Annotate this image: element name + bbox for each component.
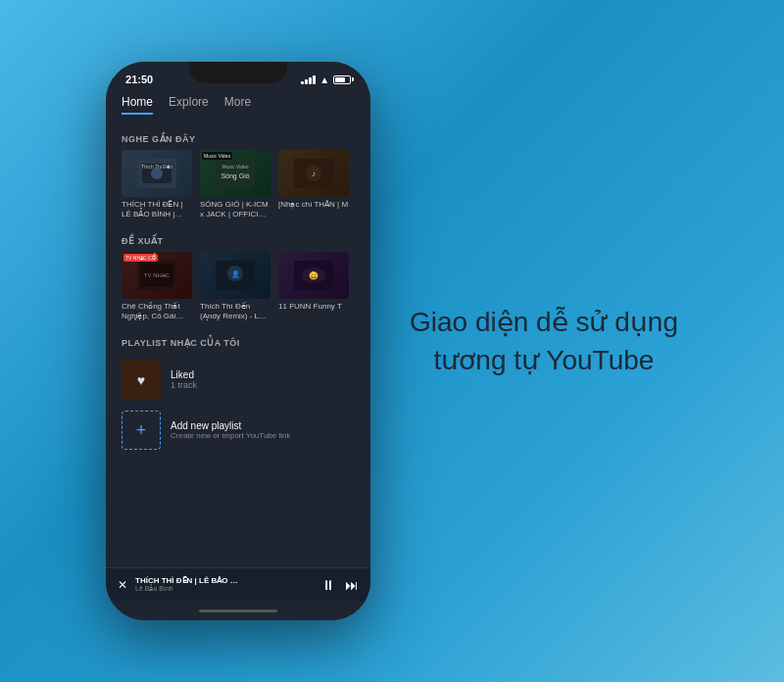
thumbnail: 😀 [278, 252, 349, 299]
side-text-line1: Giao diện dễ sử dụng [410, 303, 678, 341]
svg-text:👤: 👤 [231, 269, 240, 278]
side-text-line2: tương tự YouTube [410, 341, 678, 379]
now-playing-bar: ✕ THÍCH THÌ ĐẾN | LÊ BẢO BÌNH | OF... Lê… [106, 567, 370, 601]
thumbnail: 👤 [200, 252, 270, 299]
list-item[interactable]: TV NHẠC TV NHẠC CỔ Chê Chồng Thất Nghiệp… [122, 252, 192, 320]
playback-controls: ⏸ ⏭ [321, 577, 359, 593]
thumbnail: TV NHẠC TV NHẠC CỔ [122, 252, 192, 299]
side-text: Giao diện dễ sử dụng tương tự YouTube [410, 303, 678, 379]
now-playing-artist: Lê Bảo Bình [135, 585, 314, 593]
badge: Music Video [202, 152, 232, 160]
scroll-content[interactable]: NGHE GẦN ĐÂY Thích Thi Đến THÍCH T [106, 122, 370, 567]
status-time: 21:50 [125, 73, 153, 85]
pause-button[interactable]: ⏸ [321, 577, 335, 593]
now-playing-title: THÍCH THÌ ĐẾN | LÊ BẢO BÌNH | OF... [135, 576, 243, 585]
nav-tabs: Home Explore More [106, 89, 370, 122]
thumbnail: Thích Thi Đến [122, 150, 192, 197]
add-playlist-subtitle: Create new or import YouTube link [171, 431, 290, 440]
add-playlist-title: Add new playlist [171, 420, 290, 431]
next-button[interactable]: ⏭ [345, 577, 359, 593]
playlist-thumbnail: ♥ [122, 360, 161, 399]
playlist-liked[interactable]: ♥ Liked 1 track [106, 354, 370, 405]
svg-text:♪: ♪ [312, 170, 316, 178]
recent-row: Thích Thi Đến THÍCH THÌ ĐẾN | LÊ BẢO BÌN… [106, 150, 370, 228]
battery-icon [333, 75, 351, 84]
list-item[interactable]: Music Video Sóng Gió Music Video SÓNG GI… [200, 150, 270, 219]
phone-mockup: 21:50 ▲ Home Explore [106, 62, 370, 620]
close-button[interactable]: ✕ [118, 578, 127, 592]
list-item[interactable]: 😀 11 FUNN Funny T [278, 252, 349, 320]
page-layout: 21:50 ▲ Home Explore [106, 62, 678, 620]
status-icons: ▲ [301, 74, 351, 85]
add-playlist-item[interactable]: + Add new playlist Create new or import … [106, 405, 370, 456]
tab-explore[interactable]: Explore [169, 95, 209, 115]
add-playlist-info: Add new playlist Create new or import Yo… [171, 420, 290, 440]
thumbnail: ♪ [278, 150, 349, 197]
signal-icon [301, 75, 316, 84]
thumb-title: THÍCH THÌ ĐẾN | LÊ BẢO BÌNH | OFFICIAL M… [122, 200, 192, 219]
svg-text:Music Video: Music Video [221, 164, 248, 170]
wifi-icon: ▲ [319, 74, 329, 85]
add-playlist-button[interactable]: + [122, 411, 161, 450]
tab-home[interactable]: Home [122, 95, 153, 115]
list-item[interactable]: Thích Thi Đến THÍCH THÌ ĐẾN | LÊ BẢO BÌN… [122, 150, 192, 219]
thumb-title: [Nhạc chì THẦN | M [278, 200, 349, 210]
suggested-row: TV NHẠC TV NHẠC CỔ Chê Chồng Thất Nghiệp… [106, 252, 370, 330]
playlist-name: Liked [171, 369, 355, 380]
svg-text:😀: 😀 [309, 270, 318, 280]
thumbnail: Music Video Sóng Gió Music Video [200, 150, 270, 197]
tv-badge: TV NHẠC CỔ [123, 254, 158, 262]
suggested-header: ĐỀ XUẤT [106, 228, 370, 252]
svg-text:Thích Thi Đến: Thích Thi Đến [141, 164, 172, 170]
phone-notch [189, 62, 287, 83]
home-indicator [106, 601, 370, 620]
playlist-tracks: 1 track [171, 380, 355, 390]
now-playing-info: THÍCH THÌ ĐẾN | LÊ BẢO BÌNH | OF... Lê B… [135, 576, 314, 593]
list-item[interactable]: ♪ [Nhạc chì THẦN | M [278, 150, 349, 219]
recent-header: NGHE GẦN ĐÂY [106, 126, 370, 150]
svg-text:♥: ♥ [137, 372, 145, 388]
tab-more[interactable]: More [224, 95, 251, 115]
list-item[interactable]: 👤 Thích Thì Đến (Andy Remix) - Lê Bảo Bì… [200, 252, 270, 320]
playlist-header: PLAYLIST NHẠC CỦA TÔI [106, 330, 370, 354]
svg-text:TV NHẠC: TV NHẠC [144, 272, 171, 279]
thumb-title: Chê Chồng Thất Nghiệp, Cô Gái Đuổi Chồng… [122, 302, 192, 320]
thumb-title: 11 FUNN Funny T [278, 302, 349, 312]
thumb-title: Thích Thì Đến (Andy Remix) - Lê Bảo Bình… [200, 302, 270, 320]
home-bar [199, 609, 277, 612]
playlist-info: Liked 1 track [171, 369, 355, 390]
phone-screen: 21:50 ▲ Home Explore [106, 62, 370, 620]
thumb-title: SÓNG GIÓ | K-ICM x JACK | OFFICIAL MUSI.… [200, 200, 270, 219]
svg-text:Sóng Gió: Sóng Gió [220, 172, 249, 180]
